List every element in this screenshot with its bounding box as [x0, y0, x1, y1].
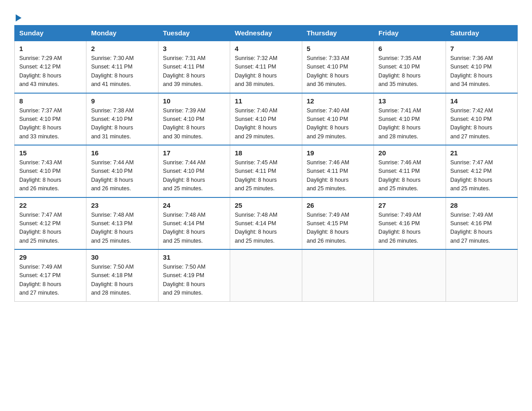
- calendar-cell: 31 Sunrise: 7:50 AMSunset: 4:19 PMDaylig…: [158, 249, 230, 301]
- day-info: Sunrise: 7:49 AMSunset: 4:16 PMDaylight:…: [450, 212, 493, 244]
- day-number: 14: [450, 97, 513, 105]
- day-number: 13: [378, 97, 441, 105]
- calendar-cell: 5 Sunrise: 7:33 AMSunset: 4:10 PMDayligh…: [302, 41, 373, 93]
- calendar-week-row: 1 Sunrise: 7:29 AMSunset: 4:12 PMDayligh…: [15, 41, 518, 93]
- day-info: Sunrise: 7:48 AMSunset: 4:13 PMDaylight:…: [91, 212, 133, 244]
- calendar-cell: 20 Sunrise: 7:46 AMSunset: 4:11 PMDaylig…: [374, 145, 446, 197]
- day-info: Sunrise: 7:41 AMSunset: 4:10 PMDaylight:…: [378, 107, 421, 140]
- day-info: Sunrise: 7:42 AMSunset: 4:10 PMDaylight:…: [450, 107, 493, 140]
- day-number: 22: [19, 201, 82, 209]
- calendar-cell: 26 Sunrise: 7:49 AMSunset: 4:15 PMDaylig…: [302, 197, 373, 250]
- day-number: 8: [19, 97, 82, 105]
- day-info: Sunrise: 7:40 AMSunset: 4:10 PMDaylight:…: [235, 107, 277, 140]
- day-number: 5: [307, 45, 369, 52]
- day-number: 11: [235, 97, 297, 105]
- calendar-cell: 16 Sunrise: 7:44 AMSunset: 4:10 PMDaylig…: [86, 145, 158, 197]
- day-info: Sunrise: 7:47 AMSunset: 4:12 PMDaylight:…: [450, 159, 493, 192]
- col-monday: Monday: [86, 26, 158, 41]
- day-number: 9: [91, 97, 153, 105]
- day-number: 12: [307, 97, 369, 105]
- day-info: Sunrise: 7:43 AMSunset: 4:10 PMDaylight:…: [19, 159, 62, 192]
- day-number: 29: [19, 253, 82, 261]
- day-info: Sunrise: 7:35 AMSunset: 4:10 PMDaylight:…: [378, 55, 421, 87]
- calendar-cell: 4 Sunrise: 7:32 AMSunset: 4:11 PMDayligh…: [230, 41, 302, 93]
- day-number: 18: [235, 149, 297, 157]
- day-info: Sunrise: 7:33 AMSunset: 4:10 PMDaylight:…: [307, 55, 349, 87]
- day-info: Sunrise: 7:44 AMSunset: 4:10 PMDaylight:…: [91, 159, 133, 192]
- logo-arrow-icon: [16, 14, 21, 21]
- day-info: Sunrise: 7:47 AMSunset: 4:12 PMDaylight:…: [19, 212, 62, 244]
- day-number: 26: [307, 201, 369, 209]
- calendar-week-row: 15 Sunrise: 7:43 AMSunset: 4:10 PMDaylig…: [15, 145, 518, 197]
- calendar-cell: 10 Sunrise: 7:39 AMSunset: 4:10 PMDaylig…: [158, 93, 230, 146]
- day-info: Sunrise: 7:46 AMSunset: 4:11 PMDaylight:…: [378, 159, 421, 192]
- day-number: 30: [91, 253, 153, 261]
- day-number: 23: [91, 201, 153, 209]
- calendar-cell: 22 Sunrise: 7:47 AMSunset: 4:12 PMDaylig…: [15, 197, 86, 250]
- day-number: 27: [378, 201, 441, 209]
- day-number: 20: [378, 149, 441, 157]
- calendar-cell: 21 Sunrise: 7:47 AMSunset: 4:12 PMDaylig…: [446, 145, 517, 197]
- calendar-cell: 18 Sunrise: 7:45 AMSunset: 4:11 PMDaylig…: [230, 145, 302, 197]
- day-info: Sunrise: 7:39 AMSunset: 4:10 PMDaylight:…: [163, 107, 206, 140]
- calendar-cell: 19 Sunrise: 7:46 AMSunset: 4:11 PMDaylig…: [302, 145, 373, 197]
- calendar-cell: 23 Sunrise: 7:48 AMSunset: 4:13 PMDaylig…: [86, 197, 158, 250]
- day-number: 3: [163, 45, 225, 52]
- day-info: Sunrise: 7:46 AMSunset: 4:11 PMDaylight:…: [307, 159, 349, 192]
- day-number: 7: [450, 45, 513, 52]
- day-number: 1: [19, 45, 82, 52]
- calendar-cell: 17 Sunrise: 7:44 AMSunset: 4:10 PMDaylig…: [158, 145, 230, 197]
- calendar-cell: 13 Sunrise: 7:41 AMSunset: 4:10 PMDaylig…: [374, 93, 446, 146]
- calendar-cell: 25 Sunrise: 7:48 AMSunset: 4:14 PMDaylig…: [230, 197, 302, 250]
- day-number: 10: [163, 97, 225, 105]
- day-info: Sunrise: 7:37 AMSunset: 4:10 PMDaylight:…: [19, 107, 62, 140]
- calendar-week-row: 22 Sunrise: 7:47 AMSunset: 4:12 PMDaylig…: [15, 197, 518, 250]
- calendar-cell: 3 Sunrise: 7:31 AMSunset: 4:11 PMDayligh…: [158, 41, 230, 93]
- calendar-body: 1 Sunrise: 7:29 AMSunset: 4:12 PMDayligh…: [15, 41, 518, 301]
- day-number: 15: [19, 149, 82, 157]
- day-info: Sunrise: 7:36 AMSunset: 4:10 PMDaylight:…: [450, 55, 493, 87]
- day-info: Sunrise: 7:31 AMSunset: 4:11 PMDaylight:…: [163, 55, 206, 87]
- calendar-cell: 30 Sunrise: 7:50 AMSunset: 4:18 PMDaylig…: [86, 249, 158, 301]
- calendar-cell: 27 Sunrise: 7:49 AMSunset: 4:16 PMDaylig…: [374, 197, 446, 250]
- day-number: 19: [307, 149, 369, 157]
- calendar-cell: [446, 249, 517, 301]
- day-info: Sunrise: 7:48 AMSunset: 4:14 PMDaylight:…: [235, 212, 277, 244]
- col-tuesday: Tuesday: [158, 26, 230, 41]
- day-number: 31: [163, 253, 225, 261]
- day-number: 21: [450, 149, 513, 157]
- day-number: 2: [91, 45, 153, 52]
- calendar-table: Sunday Monday Tuesday Wednesday Thursday…: [14, 25, 518, 302]
- day-number: 6: [378, 45, 441, 52]
- day-info: Sunrise: 7:48 AMSunset: 4:14 PMDaylight:…: [163, 212, 206, 244]
- calendar-cell: [302, 249, 373, 301]
- calendar-week-row: 29 Sunrise: 7:49 AMSunset: 4:17 PMDaylig…: [15, 249, 518, 301]
- day-info: Sunrise: 7:49 AMSunset: 4:16 PMDaylight:…: [378, 212, 421, 244]
- calendar-cell: 1 Sunrise: 7:29 AMSunset: 4:12 PMDayligh…: [15, 41, 86, 93]
- page-header: [14, 11, 518, 21]
- calendar-cell: 24 Sunrise: 7:48 AMSunset: 4:14 PMDaylig…: [158, 197, 230, 250]
- day-info: Sunrise: 7:49 AMSunset: 4:15 PMDaylight:…: [307, 212, 349, 244]
- calendar-cell: [230, 249, 302, 301]
- calendar-cell: 7 Sunrise: 7:36 AMSunset: 4:10 PMDayligh…: [446, 41, 517, 93]
- calendar-cell: [374, 249, 446, 301]
- calendar-cell: 29 Sunrise: 7:49 AMSunset: 4:17 PMDaylig…: [15, 249, 86, 301]
- calendar-cell: 28 Sunrise: 7:49 AMSunset: 4:16 PMDaylig…: [446, 197, 517, 250]
- col-thursday: Thursday: [302, 26, 373, 41]
- day-info: Sunrise: 7:32 AMSunset: 4:11 PMDaylight:…: [235, 55, 277, 87]
- calendar-cell: 2 Sunrise: 7:30 AMSunset: 4:11 PMDayligh…: [86, 41, 158, 93]
- col-saturday: Saturday: [446, 26, 517, 41]
- day-number: 24: [163, 201, 225, 209]
- calendar-cell: 6 Sunrise: 7:35 AMSunset: 4:10 PMDayligh…: [374, 41, 446, 93]
- day-number: 4: [235, 45, 297, 52]
- calendar-week-row: 8 Sunrise: 7:37 AMSunset: 4:10 PMDayligh…: [15, 93, 518, 146]
- day-info: Sunrise: 7:29 AMSunset: 4:12 PMDaylight:…: [19, 55, 62, 87]
- calendar-cell: 14 Sunrise: 7:42 AMSunset: 4:10 PMDaylig…: [446, 93, 517, 146]
- day-number: 17: [163, 149, 225, 157]
- day-number: 16: [91, 149, 153, 157]
- calendar-cell: 15 Sunrise: 7:43 AMSunset: 4:10 PMDaylig…: [15, 145, 86, 197]
- day-info: Sunrise: 7:50 AMSunset: 4:19 PMDaylight:…: [163, 264, 206, 296]
- calendar-cell: 9 Sunrise: 7:38 AMSunset: 4:10 PMDayligh…: [86, 93, 158, 146]
- calendar-header-row: Sunday Monday Tuesday Wednesday Thursday…: [15, 26, 518, 41]
- day-info: Sunrise: 7:40 AMSunset: 4:10 PMDaylight:…: [307, 107, 349, 140]
